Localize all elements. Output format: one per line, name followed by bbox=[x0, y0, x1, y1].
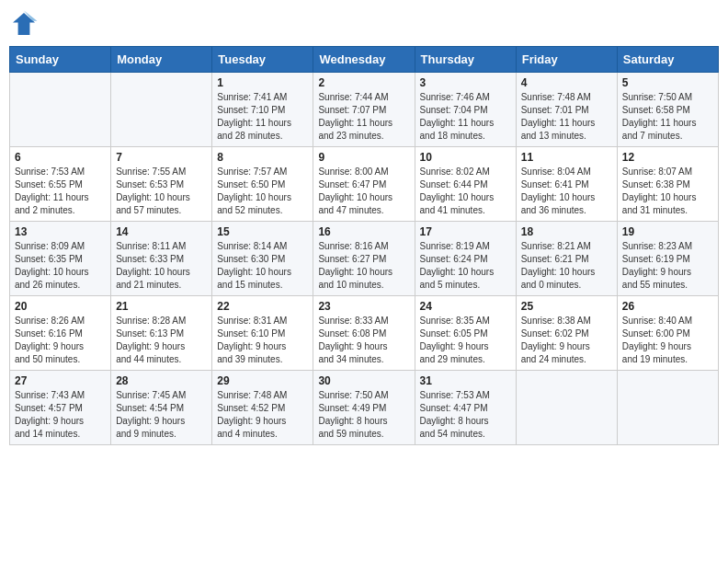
calendar-cell: 15Sunrise: 8:14 AM Sunset: 6:30 PM Dayli… bbox=[212, 222, 313, 296]
day-number: 17 bbox=[420, 225, 511, 238]
day-info: Sunrise: 7:45 AM Sunset: 4:54 PM Dayligh… bbox=[116, 389, 207, 441]
day-info: Sunrise: 8:35 AM Sunset: 6:05 PM Dayligh… bbox=[420, 315, 511, 366]
day-number: 13 bbox=[15, 225, 106, 238]
calendar-cell: 26Sunrise: 8:40 AM Sunset: 6:00 PM Dayli… bbox=[617, 296, 718, 371]
day-number: 9 bbox=[318, 151, 409, 164]
calendar-cell: 19Sunrise: 8:23 AM Sunset: 6:19 PM Dayli… bbox=[617, 222, 718, 296]
calendar-cell: 24Sunrise: 8:35 AM Sunset: 6:05 PM Dayli… bbox=[415, 296, 516, 371]
calendar-cell: 4Sunrise: 7:48 AM Sunset: 7:01 PM Daylig… bbox=[516, 73, 617, 147]
day-info: Sunrise: 7:53 AM Sunset: 4:47 PM Dayligh… bbox=[420, 389, 511, 441]
day-number: 7 bbox=[116, 151, 207, 164]
day-info: Sunrise: 7:48 AM Sunset: 7:01 PM Dayligh… bbox=[521, 91, 612, 143]
weekday-header: Monday bbox=[111, 47, 212, 73]
logo bbox=[9, 9, 42, 39]
calendar-cell: 21Sunrise: 8:28 AM Sunset: 6:13 PM Dayli… bbox=[111, 296, 212, 371]
day-info: Sunrise: 8:07 AM Sunset: 6:38 PM Dayligh… bbox=[622, 166, 713, 217]
day-info: Sunrise: 7:48 AM Sunset: 4:52 PM Dayligh… bbox=[217, 389, 308, 441]
day-info: Sunrise: 8:40 AM Sunset: 6:00 PM Dayligh… bbox=[622, 315, 713, 366]
calendar-cell: 2Sunrise: 7:44 AM Sunset: 7:07 PM Daylig… bbox=[313, 73, 415, 147]
calendar-cell: 30Sunrise: 7:50 AM Sunset: 4:49 PM Dayli… bbox=[313, 371, 415, 445]
day-info: Sunrise: 8:04 AM Sunset: 6:41 PM Dayligh… bbox=[521, 166, 612, 217]
day-number: 23 bbox=[318, 300, 409, 313]
calendar-cell: 8Sunrise: 7:57 AM Sunset: 6:50 PM Daylig… bbox=[212, 147, 313, 222]
calendar-cell: 31Sunrise: 7:53 AM Sunset: 4:47 PM Dayli… bbox=[415, 371, 516, 445]
weekday-header: Saturday bbox=[617, 47, 718, 73]
svg-marker-0 bbox=[13, 13, 35, 35]
day-number: 12 bbox=[622, 151, 713, 164]
calendar-cell bbox=[111, 73, 212, 147]
calendar-cell: 12Sunrise: 8:07 AM Sunset: 6:38 PM Dayli… bbox=[617, 147, 718, 222]
calendar-week: 1Sunrise: 7:41 AM Sunset: 7:10 PM Daylig… bbox=[10, 73, 719, 147]
calendar-body: 1Sunrise: 7:41 AM Sunset: 7:10 PM Daylig… bbox=[10, 73, 719, 445]
calendar-week: 27Sunrise: 7:43 AM Sunset: 4:57 PM Dayli… bbox=[10, 371, 719, 445]
day-number: 18 bbox=[521, 225, 612, 238]
calendar-cell: 11Sunrise: 8:04 AM Sunset: 6:41 PM Dayli… bbox=[516, 147, 617, 222]
calendar-cell: 6Sunrise: 7:53 AM Sunset: 6:55 PM Daylig… bbox=[10, 147, 111, 222]
calendar-cell bbox=[617, 371, 718, 445]
calendar-cell: 20Sunrise: 8:26 AM Sunset: 6:16 PM Dayli… bbox=[10, 296, 111, 371]
calendar-cell bbox=[10, 73, 111, 147]
page-header bbox=[9, 9, 719, 39]
calendar-table: SundayMondayTuesdayWednesdayThursdayFrid… bbox=[9, 46, 719, 445]
day-number: 20 bbox=[15, 300, 106, 313]
day-info: Sunrise: 7:55 AM Sunset: 6:53 PM Dayligh… bbox=[116, 166, 207, 217]
day-number: 25 bbox=[521, 300, 612, 313]
day-number: 28 bbox=[116, 374, 207, 387]
day-number: 5 bbox=[622, 76, 713, 89]
calendar-cell: 18Sunrise: 8:21 AM Sunset: 6:21 PM Dayli… bbox=[516, 222, 617, 296]
day-info: Sunrise: 8:28 AM Sunset: 6:13 PM Dayligh… bbox=[116, 315, 207, 366]
day-number: 1 bbox=[217, 76, 308, 89]
calendar-cell bbox=[516, 371, 617, 445]
day-number: 21 bbox=[116, 300, 207, 313]
day-number: 19 bbox=[622, 225, 713, 238]
day-info: Sunrise: 7:50 AM Sunset: 6:58 PM Dayligh… bbox=[622, 91, 713, 143]
day-info: Sunrise: 8:02 AM Sunset: 6:44 PM Dayligh… bbox=[420, 166, 511, 217]
day-number: 15 bbox=[217, 225, 308, 238]
day-info: Sunrise: 8:16 AM Sunset: 6:27 PM Dayligh… bbox=[318, 240, 409, 292]
weekday-header: Thursday bbox=[415, 47, 516, 73]
day-number: 27 bbox=[15, 374, 106, 387]
day-info: Sunrise: 7:50 AM Sunset: 4:49 PM Dayligh… bbox=[318, 389, 409, 441]
day-number: 4 bbox=[521, 76, 612, 89]
calendar-cell: 13Sunrise: 8:09 AM Sunset: 6:35 PM Dayli… bbox=[10, 222, 111, 296]
day-number: 11 bbox=[521, 151, 612, 164]
day-info: Sunrise: 7:57 AM Sunset: 6:50 PM Dayligh… bbox=[217, 166, 308, 217]
day-number: 16 bbox=[318, 225, 409, 238]
day-info: Sunrise: 7:53 AM Sunset: 6:55 PM Dayligh… bbox=[15, 166, 106, 217]
day-number: 14 bbox=[116, 225, 207, 238]
day-number: 26 bbox=[622, 300, 713, 313]
calendar-cell: 5Sunrise: 7:50 AM Sunset: 6:58 PM Daylig… bbox=[617, 73, 718, 147]
calendar-week: 6Sunrise: 7:53 AM Sunset: 6:55 PM Daylig… bbox=[10, 147, 719, 222]
calendar-header: SundayMondayTuesdayWednesdayThursdayFrid… bbox=[10, 47, 719, 73]
calendar-week: 20Sunrise: 8:26 AM Sunset: 6:16 PM Dayli… bbox=[10, 296, 719, 371]
calendar-cell: 27Sunrise: 7:43 AM Sunset: 4:57 PM Dayli… bbox=[10, 371, 111, 445]
calendar-cell: 25Sunrise: 8:38 AM Sunset: 6:02 PM Dayli… bbox=[516, 296, 617, 371]
day-info: Sunrise: 8:00 AM Sunset: 6:47 PM Dayligh… bbox=[318, 166, 409, 217]
calendar-cell: 14Sunrise: 8:11 AM Sunset: 6:33 PM Dayli… bbox=[111, 222, 212, 296]
weekday-header: Friday bbox=[516, 47, 617, 73]
day-number: 29 bbox=[217, 374, 308, 387]
day-number: 24 bbox=[420, 300, 511, 313]
calendar-cell: 7Sunrise: 7:55 AM Sunset: 6:53 PM Daylig… bbox=[111, 147, 212, 222]
day-info: Sunrise: 8:14 AM Sunset: 6:30 PM Dayligh… bbox=[217, 240, 308, 292]
weekday-header: Sunday bbox=[10, 47, 111, 73]
calendar-cell: 10Sunrise: 8:02 AM Sunset: 6:44 PM Dayli… bbox=[415, 147, 516, 222]
day-info: Sunrise: 7:43 AM Sunset: 4:57 PM Dayligh… bbox=[15, 389, 106, 441]
day-info: Sunrise: 8:19 AM Sunset: 6:24 PM Dayligh… bbox=[420, 240, 511, 292]
day-info: Sunrise: 7:44 AM Sunset: 7:07 PM Dayligh… bbox=[318, 91, 409, 143]
day-info: Sunrise: 7:46 AM Sunset: 7:04 PM Dayligh… bbox=[420, 91, 511, 143]
calendar-cell: 29Sunrise: 7:48 AM Sunset: 4:52 PM Dayli… bbox=[212, 371, 313, 445]
weekday-header: Wednesday bbox=[313, 47, 415, 73]
logo-icon bbox=[9, 9, 39, 39]
calendar-cell: 9Sunrise: 8:00 AM Sunset: 6:47 PM Daylig… bbox=[313, 147, 415, 222]
calendar-cell: 28Sunrise: 7:45 AM Sunset: 4:54 PM Dayli… bbox=[111, 371, 212, 445]
day-info: Sunrise: 8:11 AM Sunset: 6:33 PM Dayligh… bbox=[116, 240, 207, 292]
day-info: Sunrise: 8:26 AM Sunset: 6:16 PM Dayligh… bbox=[15, 315, 106, 366]
day-info: Sunrise: 8:31 AM Sunset: 6:10 PM Dayligh… bbox=[217, 315, 308, 366]
day-number: 30 bbox=[318, 374, 409, 387]
calendar-cell: 17Sunrise: 8:19 AM Sunset: 6:24 PM Dayli… bbox=[415, 222, 516, 296]
day-number: 6 bbox=[15, 151, 106, 164]
day-info: Sunrise: 8:33 AM Sunset: 6:08 PM Dayligh… bbox=[318, 315, 409, 366]
calendar-cell: 22Sunrise: 8:31 AM Sunset: 6:10 PM Dayli… bbox=[212, 296, 313, 371]
calendar-cell: 23Sunrise: 8:33 AM Sunset: 6:08 PM Dayli… bbox=[313, 296, 415, 371]
